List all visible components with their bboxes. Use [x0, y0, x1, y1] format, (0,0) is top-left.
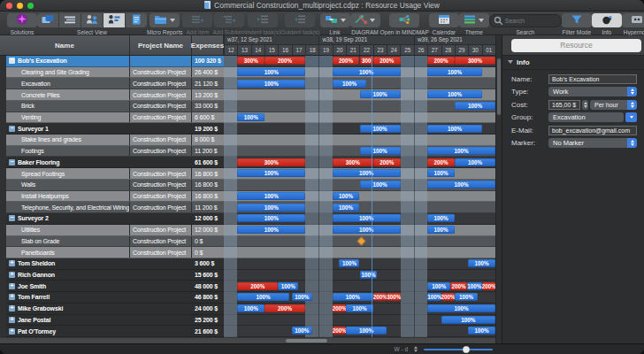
gantt-bar[interactable]: 100%	[455, 293, 478, 301]
dropdown-stepper-icon[interactable]	[627, 138, 637, 148]
gantt-bar[interactable]: 100%	[237, 169, 305, 177]
chart-row[interactable]: 100%100%	[224, 180, 495, 191]
gantt-bar[interactable]: 100%	[427, 304, 495, 312]
gantt-bar[interactable]: 200%	[441, 293, 455, 301]
gantt-bar[interactable]: 100%	[427, 125, 481, 133]
dropdown-select[interactable]: Work	[548, 87, 637, 96]
gantt-bar[interactable]: 200%	[333, 304, 346, 312]
table-row[interactable]: +Mike Grabowski24 000 $	[0, 304, 224, 315]
gantt-bar[interactable]: 100%	[468, 327, 495, 335]
gantt-bar[interactable]: 100%	[292, 327, 312, 335]
document-view-button[interactable]	[126, 13, 147, 27]
diagram-button[interactable]	[350, 13, 380, 27]
chart-row[interactable]: 100%	[224, 101, 495, 112]
table-row[interactable]: −Baker Flooring61 600 $	[0, 157, 224, 168]
gantt-bar[interactable]: 200%	[373, 57, 401, 65]
text-input[interactable]: bob_excavation@gmail.com	[548, 126, 637, 135]
chart-row[interactable]: 100%200%200%100%100%	[224, 304, 495, 315]
micro-reports-button[interactable]	[150, 13, 180, 27]
chevron-down-icon[interactable]	[341, 19, 346, 22]
info-section-header[interactable]: Info	[502, 56, 644, 70]
gantt-bar[interactable]: 100%	[237, 304, 264, 312]
gantt-bar[interactable]: 100%	[455, 158, 495, 166]
gantt-bar[interactable]: 300%	[237, 57, 264, 65]
gantt-bar[interactable]: 100%	[360, 147, 401, 155]
chart-row[interactable]: 100%100%	[224, 89, 495, 101]
gantt-bar[interactable]: 100%	[427, 68, 481, 76]
chevron-down-icon[interactable]	[170, 19, 175, 22]
table-row[interactable]: +Jane Postal25 200 $	[0, 315, 224, 327]
table-row[interactable]: Install HeatpumpsConstruction Project16 …	[0, 191, 224, 203]
chart-row[interactable]	[224, 236, 495, 248]
gantt-bar[interactable]: 100%	[333, 68, 401, 76]
table-row[interactable]: +Tom Farrell46 800 $	[0, 292, 224, 304]
chart-row[interactable]: 100%	[224, 315, 495, 327]
collapse-icon[interactable]: −	[9, 215, 15, 221]
chart-row[interactable]: 100%100%100%	[224, 168, 495, 180]
gantt-bar[interactable]: 100%	[333, 204, 360, 212]
gantt-bar[interactable]: 100%	[468, 259, 495, 267]
solutions-button[interactable]	[7, 13, 37, 27]
dropdown-stepper-icon[interactable]	[627, 87, 637, 96]
chevron-down-icon[interactable]	[370, 19, 375, 22]
chart-row[interactable]	[224, 135, 495, 146]
cost-stepper-icon[interactable]	[582, 100, 588, 110]
gantt-bar[interactable]: 100%	[427, 169, 455, 177]
dropdown-select[interactable]: No Marker	[548, 138, 637, 148]
resources-view-button[interactable]	[81, 13, 104, 27]
gantt-view-button[interactable]	[37, 13, 59, 27]
gantt-bar[interactable]: 100%	[333, 214, 401, 222]
table-row[interactable]: −Surveyor 119 200 $	[0, 123, 224, 135]
gantt-bar[interactable]: 100%	[427, 181, 495, 189]
table-row[interactable]: ExcavationConstruction Project21 120 $	[0, 78, 224, 89]
gantt-bar[interactable]: 100%	[237, 204, 305, 212]
chevron-down-icon[interactable]	[479, 19, 484, 22]
vertical-scrollbar[interactable]	[495, 35, 502, 343]
gantt-bar[interactable]: 200%	[237, 282, 278, 290]
gantt-bar[interactable]: 200%	[450, 282, 466, 290]
timescale-slider-knob[interactable]	[464, 346, 470, 352]
table-row[interactable]: FootingsConstruction Project11 200 $	[0, 146, 224, 158]
gantt-bar[interactable]: 100%	[427, 214, 455, 222]
gantt-bar[interactable]: 100%	[237, 214, 305, 222]
resource-usage-view-button[interactable]	[104, 13, 126, 27]
cost-input[interactable]: 165,00 $	[548, 100, 580, 110]
gantt-bar[interactable]: 200%	[427, 158, 455, 166]
gantt-bar[interactable]: 100%	[441, 316, 495, 324]
hypernote-button[interactable]	[622, 13, 644, 27]
link-button[interactable]	[320, 13, 350, 27]
gantt-bar[interactable]: 100%	[427, 90, 481, 98]
gantt-bar[interactable]: 100%	[455, 102, 495, 110]
chart-row[interactable]	[224, 247, 495, 258]
collapse-icon[interactable]: −	[9, 159, 15, 165]
table-row[interactable]: +Rich Gannon15 600 $	[0, 270, 224, 281]
chart-row[interactable]: 100%100%100%	[224, 225, 495, 236]
chart-row[interactable]: 100%	[224, 112, 495, 124]
column-header-name[interactable]: Name	[0, 35, 130, 56]
table-row[interactable]: BrickConstruction Project33 000 $	[0, 101, 224, 112]
gantt-bar[interactable]: 100%	[360, 90, 401, 98]
table-row[interactable]: Spread FootingsConstruction Project16 80…	[0, 168, 224, 180]
text-input[interactable]: Bob's Excavation	[548, 74, 637, 84]
table-row[interactable]: Clearing and Site GradingConstruction Pr…	[0, 67, 224, 79]
gantt-bar[interactable]: 200%	[333, 57, 360, 65]
gantt-bar[interactable]: 300%	[387, 293, 400, 301]
gantt-bar[interactable]: 100%	[333, 169, 401, 177]
chart-row[interactable]: 100%100%	[224, 146, 495, 158]
vertical-scrollbar-thumb[interactable]	[497, 58, 501, 115]
chart-row[interactable]: 300%200%200%300200%200%300%	[224, 56, 495, 67]
gantt-bar[interactable]: 100%	[237, 113, 264, 121]
column-header-project[interactable]: Project Name	[130, 35, 192, 56]
chart-row[interactable]: 100%100%	[224, 191, 495, 203]
column-header-expenses[interactable]: Expenses	[192, 35, 224, 56]
gantt-bar[interactable]: 100%	[427, 282, 450, 290]
gantt-bar[interactable]: 200%	[373, 158, 401, 166]
gantt-bar[interactable]: 100%	[346, 327, 387, 335]
expand-icon[interactable]: +	[9, 272, 15, 278]
gantt-bar[interactable]: 100%	[427, 226, 455, 234]
table-row[interactable]: +Tom Sheldon3 600 $	[0, 258, 224, 270]
gantt-bar[interactable]: 100%	[360, 125, 401, 133]
gantt-bar[interactable]: 100%	[360, 181, 401, 189]
gantt-bar[interactable]: 300%	[237, 158, 305, 166]
chart-row[interactable]: 100%200%100%100%	[224, 326, 495, 337]
